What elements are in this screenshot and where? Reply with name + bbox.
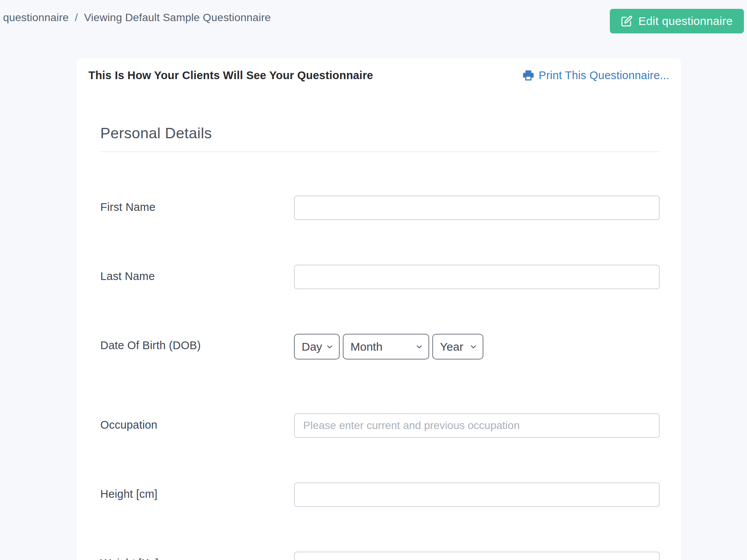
form-row-first-name: First Name: [100, 196, 660, 220]
form-row-occupation: Occupation: [100, 413, 660, 438]
dob-day-select[interactable]: Day: [294, 334, 340, 360]
form-row-last-name: Last Name: [100, 265, 660, 289]
first-name-input[interactable]: [294, 196, 660, 220]
dob-label: Date Of Birth (DOB): [100, 334, 294, 352]
preview-card: This Is How Your Clients Will See Your Q…: [77, 58, 681, 560]
personal-details-section: Personal Details First Name Last Name Da…: [100, 125, 660, 560]
weight-input[interactable]: [294, 552, 660, 560]
edit-icon: [621, 15, 632, 27]
last-name-input[interactable]: [294, 265, 660, 289]
last-name-label: Last Name: [100, 265, 294, 283]
form-row-weight: Weight [Kg]: [100, 552, 660, 560]
height-label: Height [cm]: [100, 482, 294, 500]
form-row-height: Height [cm]: [100, 482, 660, 507]
chevron-down-icon: [415, 343, 423, 351]
breadcrumb: questionnaire / Viewing Default Sample Q…: [3, 0, 271, 35]
first-name-label: First Name: [100, 196, 294, 214]
topbar: questionnaire / Viewing Default Sample Q…: [0, 0, 747, 35]
weight-label: Weight [Kg]: [100, 552, 294, 560]
questionnaire-form: First Name Last Name Date Of Birth (DOB)…: [100, 196, 660, 560]
printer-icon: [523, 70, 534, 81]
section-title: Personal Details: [100, 125, 660, 142]
edit-questionnaire-button-label: Edit questionnaire: [638, 15, 733, 28]
dob-year-select-value: Year: [440, 340, 463, 353]
print-questionnaire-link[interactable]: Print This Questionnaire...: [523, 69, 669, 82]
occupation-input[interactable]: [294, 413, 660, 438]
edit-questionnaire-button[interactable]: Edit questionnaire: [610, 9, 744, 33]
chevron-down-icon: [469, 343, 478, 351]
dob-month-select[interactable]: Month: [343, 334, 429, 360]
card-header: This Is How Your Clients Will See Your Q…: [77, 58, 681, 82]
dob-select-group: Day Month: [294, 334, 660, 360]
section-divider: [100, 151, 660, 152]
chevron-down-icon: [325, 343, 334, 351]
dob-month-select-value: Month: [350, 340, 382, 353]
form-row-dob: Date Of Birth (DOB) Day Month: [100, 334, 660, 360]
breadcrumb-separator: /: [75, 12, 78, 24]
dob-day-select-value: Day: [302, 340, 322, 353]
height-input[interactable]: [294, 482, 660, 507]
breadcrumb-current: Viewing Default Sample Questionnaire: [84, 12, 271, 24]
card-title: This Is How Your Clients Will See Your Q…: [88, 69, 373, 82]
dob-year-select[interactable]: Year: [432, 334, 483, 360]
breadcrumb-section-link[interactable]: questionnaire: [3, 12, 69, 24]
occupation-label: Occupation: [100, 413, 294, 431]
print-questionnaire-link-label: Print This Questionnaire...: [539, 69, 669, 82]
